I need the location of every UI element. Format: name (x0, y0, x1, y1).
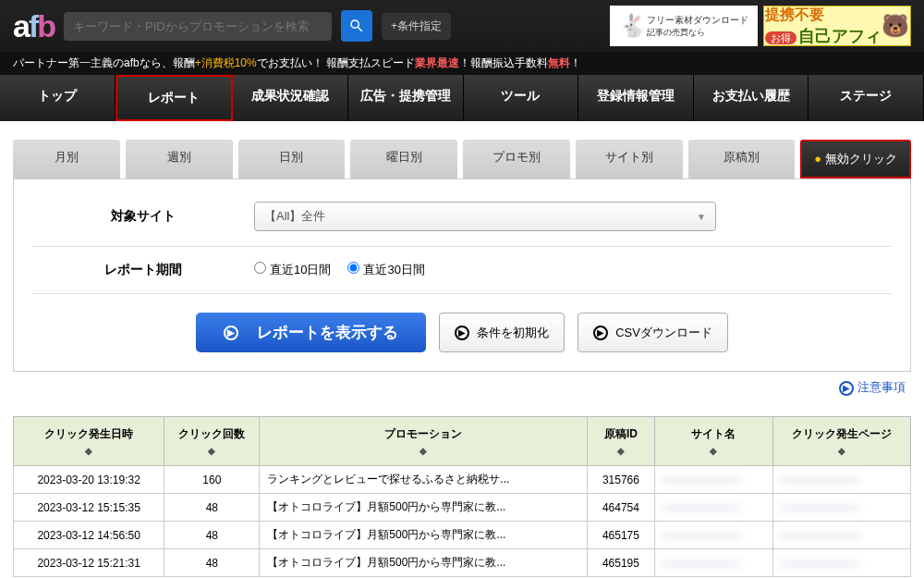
table-cell: 2023-03-12 15:21:31 (14, 549, 164, 577)
sub-tab[interactable]: サイト別 (576, 140, 683, 178)
sub-tab[interactable]: 月別 (13, 140, 120, 178)
tagline-t3: でお支払い！ 報酬支払スピード (257, 56, 415, 69)
table-header[interactable]: サイト名◆ (654, 417, 772, 466)
table-cell: 465175 (588, 522, 655, 549)
ad-banner-1[interactable]: 🐇 フリー素材ダウンロード 記事の売買なら (610, 6, 758, 46)
header-bar: a f b +条件指定 🐇 フリー素材ダウンロード 記事の売買なら 提携不要 お… (0, 0, 924, 52)
sub-tab[interactable]: 無効クリック (800, 140, 911, 178)
table-header[interactable]: クリック回数◆ (164, 417, 260, 466)
filter-panel: 対象サイト 【All】全件 ▼ レポート期間 直近10日間直近30日間 ▶ レポ… (13, 178, 911, 372)
table-header[interactable]: クリック発生ページ◆ (773, 417, 911, 466)
nav-item[interactable]: 広告・提携管理 (348, 75, 464, 121)
action-row: ▶ レポートを表示する ▶ 条件を初期化 ▶ CSVダウンロード (32, 300, 892, 358)
sub-tab[interactable]: 原稿別 (688, 140, 796, 178)
mascot-icon: 🐇 (619, 13, 647, 39)
table-cell: ——————— (654, 549, 772, 577)
tagline: パートナー第一主義のafbなら、報酬+消費税10%でお支払い！ 報酬支払スピード… (0, 52, 924, 75)
sub-tab[interactable]: 日別 (238, 140, 346, 178)
nav-item[interactable]: ツール (464, 75, 579, 121)
ad2-main: 自己アフィ (798, 27, 881, 45)
table-cell: ——————— (654, 466, 772, 494)
tagline-t1: パートナー第一主義のafbなら、報酬 (13, 56, 195, 69)
note-link[interactable]: ▶注意事項 (839, 380, 906, 394)
sub-tab[interactable]: プロモ別 (463, 140, 570, 178)
nav-item[interactable]: お支払い履歴 (694, 75, 809, 121)
logo-a: a (13, 8, 29, 44)
table-cell: 465195 (588, 549, 655, 577)
table-cell: 2023-03-12 14:56:50 (14, 522, 164, 549)
table-cell: 48 (164, 494, 260, 522)
table-cell: ——————— (654, 522, 772, 549)
chevron-down-icon: ▼ (697, 212, 706, 222)
show-report-label: レポートを表示する (257, 322, 398, 343)
table-header[interactable]: クリック発生日時◆ (14, 417, 164, 466)
tagline-t2: +消費税10% (195, 56, 257, 69)
sub-tabs: 月別週別日別曜日別プロモ別サイト別原稿別無効クリック (0, 121, 924, 178)
tagline-t5: ！報酬振込手数料 (459, 56, 548, 69)
divider (32, 246, 892, 247)
table-cell: ——————— (773, 549, 911, 577)
table-cell: 【オトコロライブ】月額500円から専門家に教... (260, 522, 588, 549)
table-cell: 【オトコロライブ】月額500円から専門家に教... (260, 494, 588, 522)
period-option[interactable]: 直近30日間 (347, 263, 424, 277)
search-icon (348, 18, 365, 34)
reset-label: 条件を初期化 (477, 325, 549, 341)
site-label: 対象サイト (32, 208, 254, 225)
table-header[interactable]: プロモーション◆ (260, 417, 588, 466)
table-cell: ——————— (654, 494, 772, 522)
tagline-t6: 無料 (548, 56, 570, 69)
logo-b: b (37, 8, 55, 44)
sort-icon: ◆ (263, 446, 583, 456)
divider (32, 293, 892, 294)
table-header[interactable]: 原稿ID◆ (588, 417, 655, 466)
sort-icon: ◆ (168, 446, 255, 456)
table-row: 2023-03-12 15:21:3148【オトコロライブ】月額500円から専門… (14, 549, 911, 577)
table-cell: 160 (164, 466, 260, 494)
tagline-t4: 業界最速 (415, 56, 459, 69)
period-option[interactable]: 直近10日間 (254, 263, 331, 277)
nav-item[interactable]: 成果状況確認 (233, 75, 348, 121)
ad1-line1: フリー素材ダウンロード (647, 14, 748, 27)
period-radio-group: 直近10日間直近30日間 (254, 262, 892, 278)
ad2-top: 提携不要 (765, 6, 881, 25)
note-link-row: ▶注意事項 (0, 372, 924, 403)
table-cell: 48 (164, 549, 260, 577)
sub-tab[interactable]: 週別 (126, 140, 233, 178)
nav-item[interactable]: 登録情報管理 (578, 75, 694, 121)
nav-item[interactable]: ステージ (808, 75, 924, 121)
filter-row-site: 対象サイト 【All】全件 ▼ (32, 192, 892, 240)
ad2-badge: お得 (765, 31, 796, 44)
main-nav: トップレポート成果状況確認広告・提携管理ツール登録情報管理お支払い履歴ステージ (0, 75, 924, 121)
period-label: レポート期間 (32, 262, 254, 278)
csv-label: CSVダウンロード (615, 325, 712, 341)
search-input[interactable] (64, 12, 332, 41)
site-select[interactable]: 【All】全件 ▼ (254, 202, 716, 231)
table-cell: 48 (164, 522, 260, 549)
reset-button[interactable]: ▶ 条件を初期化 (439, 313, 565, 352)
table-row: 2023-03-12 14:56:5048【オトコロライブ】月額500円から専門… (14, 522, 911, 549)
table-cell: ——————— (773, 522, 911, 549)
show-report-button[interactable]: ▶ レポートを表示する (196, 313, 426, 352)
logo-f: f (29, 8, 37, 44)
condition-button[interactable]: +条件指定 (382, 13, 451, 40)
nav-item[interactable]: レポート (116, 75, 234, 121)
sort-icon: ◆ (659, 446, 769, 456)
bear-icon: 🐻 (881, 13, 909, 39)
tagline-t7: ！ (570, 56, 581, 69)
logo[interactable]: a f b (13, 8, 55, 44)
ad-banner-2[interactable]: 提携不要 お得自己アフィ 🐻 (763, 6, 911, 46)
period-radio[interactable] (254, 262, 266, 274)
csv-download-button[interactable]: ▶ CSVダウンロード (578, 313, 728, 352)
search-button[interactable] (341, 10, 372, 42)
sort-icon: ◆ (18, 446, 160, 456)
table-row: 2023-03-20 13:19:32160ランキングとレビューで探せるふるさと… (14, 466, 911, 494)
nav-item[interactable]: トップ (0, 75, 116, 121)
table-cell: 2023-03-20 13:19:32 (14, 466, 164, 494)
period-radio[interactable] (347, 262, 359, 274)
table-cell: ——————— (773, 466, 911, 494)
sub-tab[interactable]: 曜日別 (350, 140, 457, 178)
arrow-right-icon: ▶ (593, 326, 608, 340)
table-cell: 315766 (588, 466, 655, 494)
table-row: 2023-03-12 15:15:3548【オトコロライブ】月額500円から専門… (14, 494, 911, 522)
note-label: 注意事項 (857, 380, 906, 394)
